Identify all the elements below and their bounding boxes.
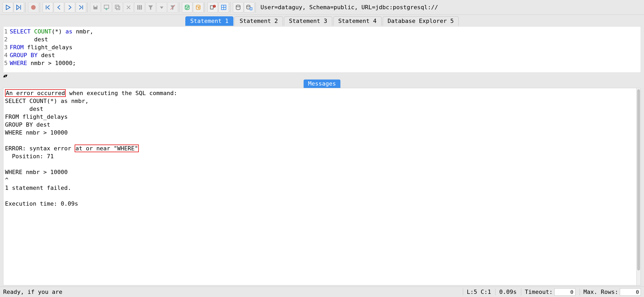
svg-marker-24 (198, 7, 200, 9)
tab-statement-3[interactable]: Statement 3 (284, 16, 332, 26)
svg-point-22 (185, 5, 189, 7)
first-button[interactable] (43, 2, 53, 13)
last-button[interactable] (76, 2, 86, 13)
timeout-input[interactable] (554, 288, 575, 296)
svg-rect-11 (115, 5, 119, 8)
tab-statement-4[interactable]: Statement 4 (333, 16, 382, 26)
toolbar-group-stop (27, 2, 40, 13)
svg-marker-1 (17, 5, 19, 9)
toolbar: ! User=dataguy, Schema=public, URL=jdbc:… (0, 0, 644, 15)
svg-rect-33 (250, 8, 252, 10)
run-to-cursor-button[interactable] (14, 2, 24, 13)
svg-rect-15 (137, 5, 138, 9)
status-ready: Ready, if you are (3, 289, 62, 295)
timeout-label: Timeout: (525, 289, 553, 295)
svg-rect-16 (139, 5, 140, 9)
rollback-button[interactable] (193, 2, 203, 13)
svg-marker-0 (6, 5, 10, 9)
svg-text:!: ! (214, 5, 215, 7)
maxrows-label: Max. Rows: (584, 289, 618, 295)
filter-button[interactable] (145, 2, 156, 13)
tab-statement-2[interactable]: Statement 2 (234, 16, 283, 26)
svg-point-31 (236, 5, 240, 7)
clear-filter-button[interactable] (167, 2, 178, 13)
tab-messages[interactable]: Messages (304, 80, 340, 88)
commit-button[interactable] (182, 2, 192, 13)
run-button[interactable] (3, 2, 13, 13)
select-columns-button[interactable] (134, 2, 145, 13)
messages-scrollbar[interactable] (636, 88, 641, 285)
prev-button[interactable] (54, 2, 64, 13)
connection-info: User=dataguy, Schema=public, URL=jdbc:po… (260, 4, 438, 11)
toolbar-group-nav (42, 2, 88, 13)
svg-point-32 (247, 5, 250, 7)
line-number-gutter: 1 2 3 4 5 (3, 27, 8, 72)
transaction-status-button[interactable]: ! (207, 2, 218, 13)
toolbar-group-trans: ! (206, 2, 230, 13)
save-button[interactable] (90, 2, 101, 13)
toolbar-group-conn (232, 2, 256, 13)
add-row-button[interactable] (101, 2, 112, 13)
filter-dropdown-button[interactable] (156, 2, 167, 13)
messages-text[interactable]: An error occurred when executing the SQL… (3, 88, 641, 209)
db-connect-button[interactable] (233, 2, 243, 13)
status-exec-time: 0.09s (495, 289, 517, 295)
maxrows-input[interactable] (620, 288, 641, 296)
tabbar: Statement 1 Statement 2 Statement 3 Stat… (0, 15, 644, 26)
delete-row-button[interactable] (123, 2, 134, 13)
toolbar-group-run (2, 2, 25, 13)
status-linecol: L:5 C:1 (463, 289, 491, 295)
statusbar: Ready, if you are L:5 C:1 0.09s Timeout:… (0, 286, 644, 297)
messages-tabbar: Messages (3, 78, 641, 88)
svg-point-23 (196, 5, 200, 7)
copy-row-button[interactable] (112, 2, 123, 13)
svg-rect-12 (116, 6, 120, 9)
svg-marker-18 (148, 5, 153, 9)
svg-marker-19 (160, 6, 163, 9)
toolbar-group-edit (89, 2, 179, 13)
tab-statement-1[interactable]: Statement 1 (185, 16, 234, 26)
grid-button[interactable] (218, 2, 229, 13)
stop-button[interactable] (28, 2, 39, 13)
svg-rect-17 (141, 5, 142, 9)
splitter[interactable]: ▲▼ (3, 73, 641, 78)
scrollbar-thumb[interactable] (637, 89, 640, 270)
splitter-handle-icon: ▲▼ (3, 73, 7, 78)
status-maxrows: Max. Rows: (580, 288, 641, 296)
toolbar-group-db (181, 2, 205, 13)
messages-panel: An error occurred when executing the SQL… (3, 88, 641, 285)
tab-database-explorer[interactable]: Database Explorer 5 (383, 16, 459, 26)
svg-rect-25 (210, 6, 213, 9)
sql-code-area[interactable]: SELECT COUNT(*) as nmbr, dest FROM fligh… (8, 27, 641, 72)
db-export-button[interactable] (244, 2, 254, 13)
svg-rect-7 (94, 5, 97, 7)
status-timeout: Timeout: (521, 288, 575, 296)
sql-editor[interactable]: 1 2 3 4 5 SELECT COUNT(*) as nmbr, dest … (3, 26, 641, 73)
svg-point-3 (31, 5, 35, 9)
next-button[interactable] (65, 2, 75, 13)
